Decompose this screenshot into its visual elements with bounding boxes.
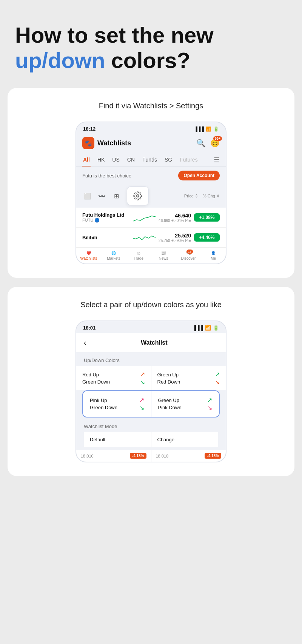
tab-sg[interactable]: SG <box>164 154 173 166</box>
markets-icon: 🌐 <box>111 251 116 255</box>
title-part2: colors? <box>111 48 191 72</box>
settings-screen-header: ‹ Watchlist <box>76 333 226 352</box>
change-badge-futu: +1.08% <box>194 213 220 222</box>
color-option-text-red-up: Red UpGreen Down <box>82 371 110 386</box>
arrow-down-red: ↘ <box>215 379 220 386</box>
stock-price-bili: 25.520 <box>159 233 191 239</box>
updown-colors-label: Up/Down Colors <box>76 352 226 366</box>
stock-sub-futu: 46.660 +0.04% Pre <box>159 219 191 223</box>
nav-trade[interactable]: ◎ Trade <box>126 248 151 263</box>
selected-pair-inner: Pink UpGreen Down ↗ ↘ Green UpPink Down … <box>83 391 219 417</box>
settings-icon-box[interactable] <box>127 186 149 205</box>
column-headers: Price ⇕ % Chg ⇕ <box>184 194 220 199</box>
app-header: 🐾 Watchlists 🔍 😊 99+ <box>76 134 226 152</box>
title-part1: How to set the new <box>15 23 213 47</box>
app-logo-area: 🐾 Watchlists <box>82 137 131 149</box>
chart-view-icon[interactable]: 〰️ <box>97 191 107 201</box>
app-header-right: 🔍 😊 99+ <box>196 139 220 148</box>
color-option-green-up[interactable]: Green UpRed Down ↗ ↘ <box>151 366 226 390</box>
nav-label-news: News <box>159 256 168 260</box>
color-option-text-green-pink: Green UpPink Down <box>158 397 182 411</box>
watchlist-mode-options: Default Change <box>84 432 218 447</box>
watchlist-mode-section: Watchlist Mode Default Change <box>76 421 226 450</box>
back-button[interactable]: ‹ <box>84 338 86 347</box>
notification-badge[interactable]: 😊 99+ <box>210 139 220 148</box>
status-bar-1: 18:12 ▐▐▐ 📶 🔋 <box>76 122 226 134</box>
bottom-nav: ❤️ Watchlists 🌐 Markets ◎ Trade 📰 News 🔍… <box>76 248 226 263</box>
search-icon[interactable]: 🔍 <box>196 139 206 148</box>
heart-icon: ❤️ <box>86 251 91 255</box>
phone-mockup-1: 18:12 ▐▐▐ 📶 🔋 🐾 Watchlists 🔍 😊 99+ <box>76 122 226 264</box>
tab-bar: All HK US CN Funds SG Futures ☰ <box>76 152 226 167</box>
list-view-icon[interactable]: ⬜ <box>82 191 93 201</box>
arrow-down-green: ↘ <box>140 379 145 386</box>
arrow-down-pink: ↘ <box>207 404 212 411</box>
arrow-up-green: ↗ <box>215 371 220 378</box>
chart-futu <box>133 211 156 224</box>
nav-label-me: Me <box>211 256 216 260</box>
mode-change[interactable]: Change <box>151 432 219 447</box>
gear-icon <box>133 191 142 200</box>
card1-subtitle: Find it via Watchlists > Settings <box>19 102 283 110</box>
news-icon: 📰 <box>161 251 166 255</box>
color-arrows-red-up: ↗ ↘ <box>140 371 145 386</box>
tab-all[interactable]: All <box>82 154 91 166</box>
wifi-icon: 📶 <box>206 126 211 132</box>
arrow-up-green2: ↗ <box>207 396 212 404</box>
nav-markets[interactable]: 🌐 Markets <box>101 248 126 263</box>
bottom-stocks: 18,010 -4.13% 18,010 -4.13% <box>76 450 226 462</box>
trade-icon: ◎ <box>137 251 140 255</box>
stock-price-area-futu: 46.640 46.660 +0.04% Pre <box>159 213 191 223</box>
battery-icon: 🔋 <box>213 126 219 132</box>
tab-funds[interactable]: Funds <box>142 154 158 166</box>
status-right-1: ▐▐▐ 📶 🔋 <box>194 126 219 132</box>
nav-news[interactable]: 📰 News <box>151 248 176 263</box>
status-right-2: ▐▐▐ 📶 🔋 <box>193 325 219 331</box>
mode-default[interactable]: Default <box>84 432 151 447</box>
signal-icon: ▐▐▐ <box>194 126 204 132</box>
watchlist-toolbar: ⬜ 〰️ ⊞ Price ⇕ % Chg ⇕ <box>76 184 226 208</box>
bottom-stock-change-left: -4.13% <box>130 453 146 459</box>
discover-badge: 16 <box>186 250 193 254</box>
page-title: How to set the new up/down colors? <box>15 23 287 73</box>
bottom-stock-left: 18,010 -4.13% <box>76 450 151 462</box>
tab-cn[interactable]: CN <box>126 154 136 166</box>
color-option-pink-up[interactable]: Pink UpGreen Down ↗ ↘ <box>83 391 151 417</box>
stock-price-area-bili: 25.520 25.750 +0.90% Pre <box>159 233 191 243</box>
card-color-selection: Select a pair of up/down colors as you l… <box>8 287 294 476</box>
color-arrows-pink-up: ↗ ↘ <box>139 396 144 411</box>
nav-discover[interactable]: 🔍 16 Discover <box>176 248 201 263</box>
banner-text: Futu is the best choice <box>82 173 131 179</box>
signal-icon-2: ▐▐▐ <box>193 325 203 331</box>
stock-item-bili[interactable]: Bilibili 25.520 25.750 +0.90% Pre +4.46% <box>76 228 226 248</box>
color-arrows-green-pink: ↗ ↘ <box>207 396 212 411</box>
stock-item-futu[interactable]: Futu Holdings Ltd FUTU 🔵 46.640 46.660 +… <box>76 208 226 228</box>
card2-subtitle: Select a pair of up/down colors as you l… <box>19 300 283 309</box>
nav-label-discover: Discover <box>181 256 196 260</box>
chg-col-header: % Chg ⇕ <box>203 194 220 199</box>
tab-menu-icon[interactable]: ☰ <box>214 156 220 164</box>
color-arrows-green-up: ↗ ↘ <box>215 371 220 386</box>
bottom-stock-num-left: 18,010 <box>81 454 94 458</box>
color-option-red-up[interactable]: Red UpGreen Down ↗ ↘ <box>76 366 151 390</box>
color-options-top: Red UpGreen Down ↗ ↘ Green UpRed Down ↗ … <box>76 366 226 390</box>
bottom-stock-num-right: 18,010 <box>156 454 169 458</box>
tab-us[interactable]: US <box>111 154 120 166</box>
open-account-button[interactable]: Open Account <box>178 171 220 180</box>
bottom-stock-change-right: -4.13% <box>205 453 221 459</box>
grid-view-icon[interactable]: ⊞ <box>111 191 122 201</box>
stock-name-futu: Futu Holdings Ltd <box>82 212 130 218</box>
svg-point-0 <box>137 195 139 197</box>
settings-screen-title: Watchlist <box>90 339 218 346</box>
nav-label-trade: Trade <box>134 256 143 260</box>
badge-count: 99+ <box>213 136 222 141</box>
me-icon: 👤 <box>211 251 216 255</box>
nav-watchlists[interactable]: ❤️ Watchlists <box>76 248 101 263</box>
tab-futures[interactable]: Futures <box>179 154 198 166</box>
chart-bili <box>133 231 156 244</box>
color-option-green-pink[interactable]: Green UpPink Down ↗ ↘ <box>151 391 219 417</box>
stock-sub-bili: 25.750 +0.90% Pre <box>159 239 191 243</box>
discover-icon-wrap: 🔍 16 <box>186 251 191 255</box>
tab-hk[interactable]: HK <box>97 154 105 166</box>
nav-me[interactable]: 👤 Me <box>201 248 226 263</box>
